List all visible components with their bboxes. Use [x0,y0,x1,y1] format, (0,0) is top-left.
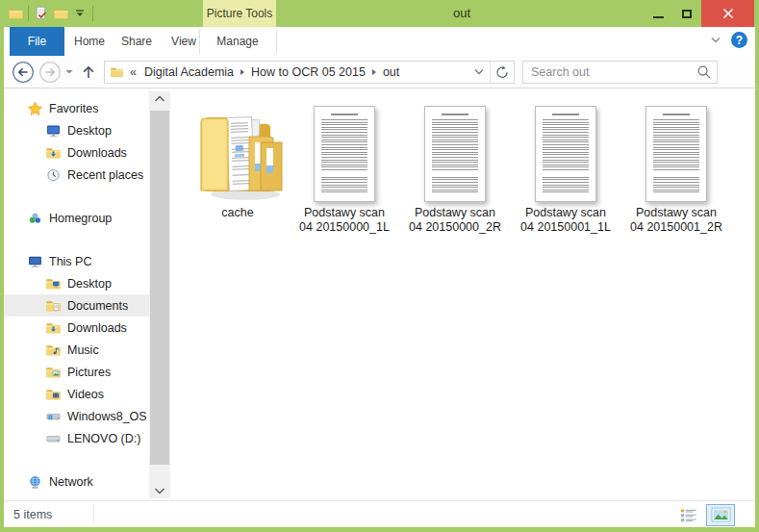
search-box [522,61,718,84]
large-icons-view-button[interactable] [706,504,735,526]
breadcrumb-segment[interactable]: How to OCR 05 2015 [246,65,370,79]
back-button[interactable] [12,61,35,84]
search-input[interactable] [523,65,692,79]
status-bar: 5 items [4,500,755,527]
address-folder-icon [110,65,124,79]
address-bar[interactable]: «Digital AcademiaHow to OCR 05 2015out [104,61,515,84]
sidebar-scrollbar[interactable] [149,91,170,498]
collapse-ribbon-icon[interactable] [708,34,725,49]
file-item[interactable]: Podstawy scan 04 20150000_2R [402,96,508,241]
content-area: FavoritesDesktop DownloadsRecent placesH… [4,89,755,500]
sidebar-item-label: Windows8_OS (C: [67,410,149,423]
window-title: out [404,0,519,27]
minimize-button[interactable] [644,0,672,27]
address-dropdown-button[interactable] [468,62,490,83]
ribbon-tab-bar: FileHomeShareViewManage [4,27,755,56]
quick-access-toolbar [6,4,96,23]
folder-videos-icon [45,387,62,402]
folder-pictures-icon [45,365,62,380]
file-name-label: Podstawy scan 04 20150001_1L [519,206,612,235]
qat-properties-check-doc[interactable] [32,4,51,23]
file-item[interactable]: Podstawy scan 04 20150000_1L [291,96,397,241]
this-pc-icon [27,254,43,269]
tab-manage[interactable]: Manage [199,27,276,56]
sidebar-item-desktop[interactable]: Desktop [4,119,149,141]
tab-share[interactable]: Share [114,27,160,56]
client-area: FileHomeShareViewManage [4,27,755,527]
sidebar-item-network[interactable]: Network [4,470,149,493]
folder-documents-icon [45,298,62,314]
file-name-label: Podstawy scan 04 20150000_1L [298,206,391,235]
sidebar-item-music[interactable]: Music [4,339,149,361]
items-count: 5 items [13,508,52,521]
sidebar-item-label: This PC [49,255,91,268]
maximize-icon [682,10,692,18]
sidebar-item-homegroup[interactable]: Homegroup [4,207,149,229]
qat-new-folder[interactable] [51,4,70,23]
sidebar-item-favorites[interactable]: Favorites [4,97,149,119]
sidebar-item-label: LENOVO (D:) [67,432,140,445]
sidebar-item-windows8-os-c[interactable]: Windows8_OS (C: [4,405,149,427]
details-view-button[interactable] [674,504,703,526]
sidebar-item-desktop[interactable]: Desktop [4,272,149,294]
folder-desktop-icon [45,276,62,291]
sidebar-item-downloads[interactable]: Downloads [4,317,149,339]
sidebar-item-recent-places[interactable]: Recent places [4,164,149,186]
breadcrumb: «Digital AcademiaHow to OCR 05 2015out [126,62,404,83]
divider [28,6,29,21]
maximize-button[interactable] [672,0,701,27]
file-list: cachePodstawy scan 04 20150000_1LPodstaw… [171,89,755,500]
breadcrumb-separator-icon[interactable] [372,69,376,75]
sidebar-item-downloads[interactable]: Downloads [4,141,149,164]
file-item[interactable]: Podstawy scan 04 20150001_1L [513,96,619,241]
sidebar-item-pictures[interactable]: Pictures [4,361,149,383]
favorites-star-icon [27,101,43,116]
tab-home[interactable]: Home [67,27,112,56]
forward-icon [38,61,62,84]
network-icon [27,474,43,490]
forward-button[interactable] [38,61,62,84]
qat-customize-qat-dropdown[interactable] [70,4,89,23]
close-button[interactable] [701,0,754,27]
sidebar-item-label: Downloads [67,146,127,160]
sidebar-item-lenovo-d[interactable]: LENOVO (D:) [4,427,149,449]
file-item[interactable]: Podstawy scan 04 20150001_2R [623,96,729,241]
drive-windows-icon [45,409,62,424]
breadcrumb-separator-icon[interactable] [240,69,244,75]
scanned-page-thumbnail [623,96,729,204]
folder-downloads-icon [45,320,62,336]
breadcrumb-overflow-button[interactable]: « [126,65,139,79]
breadcrumb-segment[interactable]: Digital Academia [139,65,239,79]
folder-item-cache[interactable]: cache [185,96,291,241]
scanned-page-thumbnail [402,96,508,204]
tab-file[interactable]: File [10,27,64,56]
qat-explorer-folder[interactable] [6,4,25,23]
help-icon[interactable] [731,32,747,48]
scroll-down-button[interactable] [149,483,170,498]
desktop-monitor-icon [45,123,62,139]
up-button[interactable] [80,63,97,81]
search-icon[interactable] [692,64,717,80]
refresh-button[interactable] [491,62,514,83]
sidebar-item-videos[interactable]: Videos [4,383,149,405]
new-folder-icon [53,6,69,21]
divider [93,505,94,523]
breadcrumb-segment[interactable]: out [378,65,404,79]
sidebar-item-this-pc[interactable]: This PC [4,250,149,272]
scanned-page-thumbnail [291,96,397,204]
properties-check-doc-icon [34,6,49,21]
details-view-icon [680,508,697,523]
scroll-up-button[interactable] [149,91,170,107]
scrollbar-thumb[interactable] [150,111,169,465]
sidebar-item-documents[interactable]: Documents [4,294,149,317]
recent-locations-dropdown[interactable] [64,68,74,76]
folder-icon [185,96,291,204]
sidebar-item-label: Favorites [49,102,98,115]
sidebar-item-label: Desktop [67,124,112,138]
folder-music-icon [45,342,62,358]
tab-separator [276,29,277,54]
tab-separator [199,29,200,54]
explorer-folder-icon [8,6,24,21]
refresh-icon [494,64,510,80]
titlebar[interactable]: Picture Tools out [0,0,759,27]
